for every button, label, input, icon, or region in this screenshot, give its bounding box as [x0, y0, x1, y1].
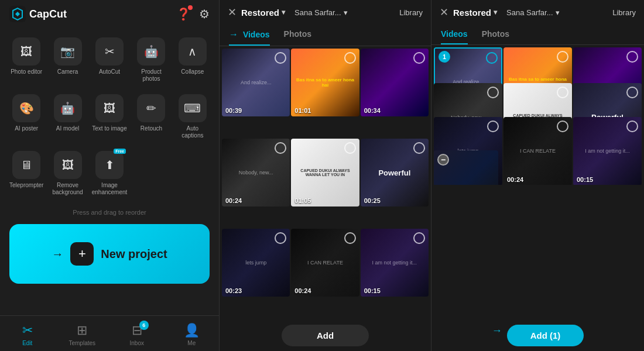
settings-icon[interactable]: ⚙ — [199, 7, 210, 21]
select-circle[interactable] — [486, 52, 498, 64]
photo-editor-icon: 🖼 — [20, 45, 32, 58]
nav-templates[interactable]: ⊞ Templates — [55, 321, 110, 349]
nav-edit[interactable]: ✂ Edit — [0, 321, 55, 349]
right-library[interactable]: Library — [612, 8, 636, 17]
video-duration: 00:24 — [294, 287, 311, 294]
tool-auto-captions[interactable]: ⌨ Auto captions — [173, 90, 212, 144]
teleprompter-label: Teleprompter — [9, 182, 43, 189]
left-panel: CapCut ❓ ⚙ 🖼 Photo editor 📷 Camera ✂ Aut… — [0, 0, 220, 351]
me-icon: 👤 — [184, 323, 200, 338]
new-project-button[interactable]: → + New project — [9, 224, 210, 284]
table-row[interactable]: lets jump 00:23 — [222, 229, 290, 297]
select-circle[interactable] — [413, 52, 425, 64]
app-name: CapCut — [29, 8, 67, 20]
tool-camera[interactable]: 📷 Camera — [48, 33, 87, 87]
table-row[interactable]: Bas itna sa to ameer hona hai 01:01 — [291, 49, 359, 116]
nav-inbox[interactable]: ⊟ 6 Inbox — [109, 321, 165, 349]
tool-collapse[interactable]: ∧ Collapse — [173, 33, 212, 87]
templates-icon: ⊞ — [77, 323, 87, 338]
right-close-button[interactable]: ✕ — [440, 6, 448, 19]
tool-autocut[interactable]: ✂ AutoCut — [90, 33, 130, 87]
table-row[interactable]: Nobody, new... 00:24 — [222, 139, 290, 207]
tools-grid: 🖼 Photo editor 📷 Camera ✂ AutoCut 🤖 Prod… — [0, 28, 219, 205]
tool-image-enhancement[interactable]: ⬆ Free Image enhancement — [90, 146, 130, 201]
help-icon[interactable]: ❓ — [176, 7, 191, 21]
middle-tab-photos[interactable]: Photos — [284, 25, 311, 46]
select-circle[interactable] — [626, 121, 638, 132]
select-circle[interactable] — [344, 52, 356, 64]
right-title: Restored ▾ — [453, 8, 497, 18]
table-row[interactable]: I am not getting it... 00:15 — [361, 229, 429, 297]
top-bar: CapCut ❓ ⚙ — [0, 0, 219, 28]
table-row[interactable]: I CAN RELATE 00:24 — [291, 229, 359, 297]
tool-product-photos[interactable]: 🤖 Product photos — [132, 33, 170, 87]
select-circle[interactable] — [344, 232, 356, 244]
video-duration: 00:39 — [225, 107, 242, 114]
select-circle[interactable] — [413, 142, 425, 154]
middle-user-dropdown-icon[interactable]: ▾ — [344, 8, 348, 17]
autocut-label: AutoCut — [99, 68, 120, 75]
add-button-container: Add — [220, 320, 431, 351]
select-circle[interactable] — [487, 121, 499, 132]
add-button[interactable]: Add — [282, 325, 369, 346]
top-bar-icons: ❓ ⚙ — [176, 7, 210, 21]
table-row[interactable]: Powerful 00:25 — [361, 139, 429, 207]
right-header: ✕ Restored ▾ Sana Sarfar... ▾ Library — [431, 0, 644, 25]
edit-icon: ✂ — [22, 323, 33, 338]
autocut-icon: ✂ — [105, 44, 115, 58]
table-row[interactable]: I am not getting it... 00:15 — [573, 117, 642, 185]
table-row[interactable]: 00:34 — [361, 49, 429, 116]
select-circle[interactable] — [626, 51, 638, 63]
ai-poster-icon: 🎨 — [19, 101, 34, 115]
select-circle[interactable] — [557, 121, 568, 132]
teleprompter-icon: 🖥 — [20, 159, 32, 172]
right-tab-bar: Videos Photos — [431, 25, 644, 45]
middle-title-text: Restored — [241, 8, 279, 18]
camera-icon: 📷 — [60, 44, 75, 58]
tool-retouch[interactable]: ✏ Retouch — [132, 90, 170, 144]
remove-circle[interactable]: − — [437, 154, 449, 166]
right-user-dropdown-icon[interactable]: ▾ — [556, 8, 560, 17]
middle-close-button[interactable]: ✕ — [228, 6, 237, 19]
tool-text-to-image[interactable]: 🖼 Text to image — [90, 90, 130, 144]
middle-library[interactable]: Library — [399, 8, 423, 17]
retouch-icon: ✏ — [146, 101, 156, 115]
video-duration: 00:24 — [507, 176, 523, 183]
table-row[interactable]: I CAN RELATE 00:24 — [503, 117, 572, 185]
table-row[interactable]: And realize... 00:39 — [222, 49, 290, 116]
select-circle[interactable] — [557, 51, 568, 63]
product-photos-icon: 🤖 — [144, 44, 159, 58]
video-duration: 01:01 — [294, 107, 311, 114]
collapse-label: Collapse — [181, 68, 204, 75]
table-row[interactable]: CAPUED DUKUI ALWAYS WANNA LET YOU IN 01:… — [291, 139, 359, 207]
auto-captions-icon: ⌨ — [184, 101, 201, 115]
free-badge: Free — [114, 149, 126, 154]
right-tab-photos[interactable]: Photos — [482, 25, 509, 44]
camera-label: Camera — [57, 68, 78, 75]
middle-title: Restored ▾ — [241, 8, 285, 18]
table-row[interactable]: − 00:39 — [434, 150, 498, 185]
templates-label: Templates — [68, 340, 95, 346]
tool-photo-editor[interactable]: 🖼 Photo editor — [7, 33, 46, 87]
edit-label: Edit — [22, 340, 32, 346]
video-duration: 00:25 — [364, 197, 381, 204]
middle-header: ✕ Restored ▾ Sana Sarfar... ▾ Library — [220, 0, 431, 25]
nav-me[interactable]: 👤 Me — [165, 321, 220, 349]
middle-tab-videos[interactable]: → Videos — [229, 25, 270, 46]
tool-remove-background[interactable]: 🖼 Remove background — [48, 146, 87, 201]
middle-panel: ✕ Restored ▾ Sana Sarfar... ▾ Library → … — [220, 0, 431, 351]
select-circle[interactable] — [344, 142, 356, 154]
video-duration: 00:23 — [225, 287, 242, 294]
right-tab-videos[interactable]: Videos — [441, 25, 468, 44]
collapse-icon: ∧ — [188, 44, 197, 58]
right-dropdown-icon[interactable]: ▾ — [494, 8, 497, 16]
notification-dot — [188, 5, 193, 10]
text-to-image-icon: 🖼 — [104, 102, 115, 115]
right-add-button[interactable]: Add (1) — [507, 325, 584, 346]
tool-teleprompter[interactable]: 🖥 Teleprompter — [7, 146, 46, 201]
middle-dropdown-icon[interactable]: ▾ — [282, 8, 285, 16]
select-circle[interactable] — [413, 232, 425, 244]
me-label: Me — [187, 340, 196, 346]
tool-ai-model[interactable]: 🤖 AI model — [48, 90, 87, 144]
tool-ai-poster[interactable]: 🎨 AI poster — [7, 90, 46, 144]
